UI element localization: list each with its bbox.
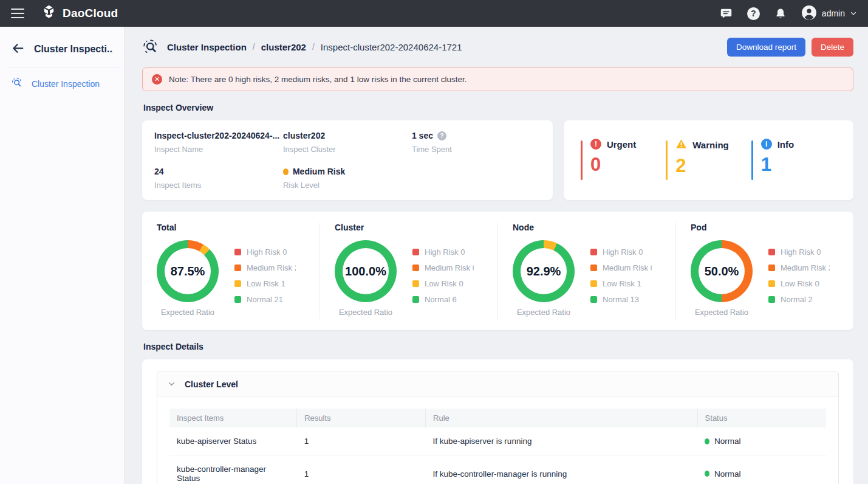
chart-legend: High Risk 0 Medium Risk 0 Low Risk 1 Nor… — [590, 247, 652, 304]
details-section-title: Inspect Details — [143, 342, 853, 351]
legend-label: Low Risk 0 — [781, 279, 819, 288]
breadcrumb-item-2[interactable]: cluster202 — [261, 42, 306, 52]
cell-rule: If kube-controller-manager is running — [426, 455, 698, 484]
download-report-button[interactable]: Download report — [727, 38, 805, 57]
legend-swatch — [768, 264, 775, 271]
status-dot — [705, 471, 709, 477]
details-card: Cluster Level Inspect Items Results Rule… — [142, 359, 853, 484]
legend-label: High Risk 0 — [247, 247, 287, 257]
donut-percentage: 100.0% — [345, 264, 386, 278]
field-label: Inspect Items — [154, 181, 283, 190]
ratio-charts-card: Total 87.5% Expected Ratio High Risk 0 M… — [142, 212, 853, 330]
field-label: Time Spent — [412, 145, 541, 154]
info-circle-icon: i — [761, 139, 772, 150]
cluster-level-panel-header[interactable]: Cluster Level — [157, 372, 838, 396]
legend-swatch — [590, 264, 597, 271]
menu-icon[interactable] — [11, 9, 24, 18]
field-value: cluster202 — [283, 131, 412, 140]
legend-swatch — [412, 296, 419, 303]
donut-percentage: 50.0% — [705, 264, 739, 278]
chart-total: Total 87.5% Expected Ratio High Risk 0 M… — [142, 223, 320, 319]
inspection-icon — [11, 77, 24, 91]
user-name: admin — [822, 9, 845, 18]
donut-sublabel: Expected Ratio — [157, 308, 219, 317]
messages-icon[interactable] — [720, 7, 733, 20]
topbar: DaoCloud ? admin — [0, 0, 868, 27]
legend-swatch — [590, 280, 597, 287]
legend-label: Normal 13 — [603, 295, 639, 304]
inspection-page-icon — [142, 38, 160, 56]
time-spent-help-icon[interactable]: ? — [437, 131, 446, 140]
collapse-chevron-icon — [168, 380, 176, 388]
legend-swatch — [590, 296, 597, 303]
error-circle-icon: ✕ — [152, 74, 162, 85]
chart-legend: High Risk 0 Medium Risk 2 Low Risk 0 Nor… — [768, 247, 830, 304]
donut-chart-pod: 50.0% — [691, 240, 753, 302]
severity-card: ! Urgent 0 Warning 2 — [564, 120, 853, 200]
donut-sublabel: Expected Ratio — [513, 308, 575, 317]
chart-title: Cluster — [335, 223, 484, 232]
notifications-bell-icon[interactable] — [774, 7, 787, 20]
donut-sublabel: Expected Ratio — [335, 308, 397, 317]
legend-swatch — [412, 280, 419, 287]
legend-label: High Risk 0 — [425, 247, 465, 257]
breadcrumb-separator: / — [312, 42, 315, 52]
severity-value: 1 — [761, 154, 836, 175]
main-content: Cluster Inspection / cluster202 / Inspec… — [125, 27, 868, 484]
cell-results: 1 — [297, 455, 426, 484]
legend-swatch — [412, 249, 419, 255]
legend-label: Low Risk 1 — [603, 279, 641, 288]
column-header-status: Status — [697, 409, 826, 427]
severity-bar — [751, 140, 753, 180]
legend-swatch — [768, 280, 775, 287]
chart-legend: High Risk 0 Medium Risk 0 Low Risk 0 Nor… — [412, 247, 474, 304]
sidebar: Cluster Inspecti... Cluster Inspection — [0, 27, 125, 484]
legend-swatch — [234, 264, 241, 271]
legend-swatch — [234, 296, 241, 303]
user-menu[interactable]: admin — [801, 5, 857, 22]
sidebar-item-cluster-inspection[interactable]: Cluster Inspection — [0, 67, 124, 100]
urgent-exclamation-icon: ! — [590, 139, 601, 150]
warning-triangle-icon — [675, 139, 687, 151]
help-icon[interactable]: ? — [747, 7, 760, 20]
breadcrumb-item-current: Inspect-cluster202-20240624-1721 — [321, 42, 462, 52]
field-label: Inspect Cluster — [283, 145, 412, 154]
field-time-spent: 1 sec ? Time Spent — [412, 131, 541, 154]
status-badge: Normal — [705, 437, 819, 446]
overview-card: Inspect-cluster202-20240624-... Inspect … — [142, 120, 553, 200]
legend-swatch — [768, 296, 775, 303]
donut-chart-total: 87.5% — [157, 240, 219, 302]
cell-rule: If kube-apiserver is running — [426, 427, 698, 455]
severity-label: Urgent — [607, 139, 636, 150]
table-row: kube-apiserver Status 1 If kube-apiserve… — [169, 427, 826, 455]
legend-swatch — [590, 249, 597, 255]
legend-label: Normal 21 — [247, 295, 283, 304]
field-inspect-name: Inspect-cluster202-20240624-... Inspect … — [154, 131, 283, 154]
legend-swatch — [234, 249, 241, 255]
legend-label: Medium Risk 0 — [603, 263, 652, 272]
donut-percentage: 92.9% — [527, 264, 561, 278]
severity-bar — [581, 140, 583, 180]
overview-section-title: Inspect Overview — [143, 103, 853, 112]
back-arrow-icon[interactable] — [11, 41, 25, 57]
column-header-results: Results — [297, 409, 426, 427]
alert-text: Note: There are 0 high risks, 2 medium r… — [169, 75, 466, 84]
column-header-inspect-items: Inspect Items — [169, 409, 297, 427]
field-label: Risk Level — [283, 181, 412, 190]
chevron-down-icon — [850, 10, 857, 17]
breadcrumb: Cluster Inspection / cluster202 / Inspec… — [142, 34, 853, 60]
field-label: Inspect Name — [154, 145, 283, 154]
donut-chart-node: 92.9% — [513, 240, 575, 302]
field-inspect-items: 24 Inspect Items — [154, 167, 283, 190]
severity-warning: Warning 2 — [666, 139, 751, 182]
field-risk-level: Medium Risk Risk Level — [283, 167, 412, 190]
donut-sublabel: Expected Ratio — [691, 308, 753, 317]
status-badge: Normal — [705, 469, 819, 479]
cell-results: 1 — [297, 427, 426, 455]
field-value: 1 sec — [412, 131, 433, 140]
chart-cluster: Cluster 100.0% Expected Ratio High Risk … — [320, 223, 497, 319]
delete-button[interactable]: Delete — [812, 38, 853, 57]
breadcrumb-item-1[interactable]: Cluster Inspection — [167, 42, 247, 52]
brand[interactable]: DaoCloud — [41, 4, 118, 22]
severity-label: Info — [777, 139, 795, 150]
